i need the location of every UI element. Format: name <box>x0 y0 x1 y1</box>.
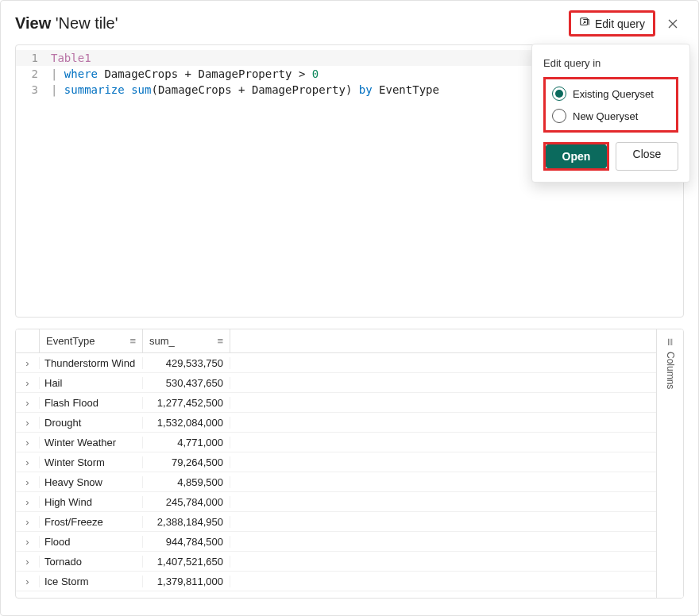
cell-sum: 1,379,811,000 <box>143 576 230 587</box>
table-row[interactable]: ›Flash Flood1,277,452,500 <box>16 393 656 413</box>
cell-sum: 79,264,500 <box>143 456 230 468</box>
cell-eventtype: Flash Flood <box>40 397 143 409</box>
expand-row-icon[interactable]: › <box>16 576 40 587</box>
table-row[interactable]: ›Ice Storm1,379,811,000 <box>16 572 656 591</box>
view-label: View <box>15 14 51 32</box>
results-table-pane: EventType ≡ sum_ ≡ ›Thunderstorm Wind429… <box>15 329 684 599</box>
expand-row-icon[interactable]: › <box>16 377 40 389</box>
cell-eventtype: High Wind <box>40 496 143 508</box>
radio-new-queryset[interactable]: New Queryset <box>550 105 671 127</box>
cell-sum: 1,277,452,500 <box>143 397 230 409</box>
cell-eventtype: Hail <box>40 377 143 389</box>
cell-sum: 1,407,521,650 <box>143 556 230 568</box>
edit-query-button[interactable]: Edit query <box>569 10 655 37</box>
radio-existing-queryset[interactable]: Existing Queryset <box>550 83 671 105</box>
table-row[interactable]: ›Flood944,784,500 <box>16 532 656 552</box>
queryset-radio-group: Existing Queryset New Queryset <box>543 77 678 133</box>
code-text: Table1 <box>51 50 91 66</box>
table-row[interactable]: ›Tornado1,407,521,650 <box>16 552 656 572</box>
columns-icon: ⫼ <box>666 336 675 347</box>
popover-title: Edit query in <box>543 57 678 69</box>
table-row[interactable]: ›Frost/Freeze2,388,184,950 <box>16 512 656 532</box>
cell-eventtype: Heavy Snow <box>40 476 143 488</box>
table-body[interactable]: ›Thunderstorm Wind429,533,750›Hail530,43… <box>16 353 656 598</box>
expand-row-icon[interactable]: › <box>16 476 40 488</box>
tile-name: 'New tile' <box>56 14 118 32</box>
table-row[interactable]: ›Heavy Snow4,859,500 <box>16 472 656 492</box>
expand-row-icon[interactable]: › <box>16 417 40 429</box>
expand-row-icon[interactable]: › <box>16 437 40 449</box>
line-number: 1 <box>16 50 51 66</box>
cell-eventtype: Frost/Freeze <box>40 516 143 528</box>
column-header-sum[interactable]: sum_ ≡ <box>143 329 230 352</box>
table-row[interactable]: ›Drought1,532,084,000 <box>16 413 656 433</box>
code-text: | where DamageCrops + DamageProperty > 0 <box>51 66 319 82</box>
cell-sum: 2,388,184,950 <box>143 516 230 528</box>
cell-sum: 4,859,500 <box>143 476 230 488</box>
radio-indicator-unchecked <box>552 109 566 123</box>
code-text: | summarize sum(DamageCrops + DamageProp… <box>51 82 439 98</box>
cell-eventtype: Winter Storm <box>40 456 143 468</box>
column-header-eventtype[interactable]: EventType ≡ <box>40 329 143 352</box>
expand-row-icon[interactable]: › <box>16 536 40 548</box>
cell-sum: 429,533,750 <box>143 357 230 369</box>
column-menu-icon[interactable]: ≡ <box>129 335 136 347</box>
radio-new-label: New Queryset <box>573 110 638 122</box>
columns-panel-label: Columns <box>665 352 676 389</box>
cell-eventtype: Tornado <box>40 556 143 568</box>
edit-query-icon <box>579 17 590 30</box>
cell-sum: 1,532,084,000 <box>143 417 230 429</box>
expand-row-icon[interactable]: › <box>16 516 40 528</box>
cell-sum: 530,437,650 <box>143 377 230 389</box>
close-panel-button[interactable] <box>662 13 684 35</box>
table-row[interactable]: ›High Wind245,784,000 <box>16 492 656 512</box>
close-icon <box>667 18 678 29</box>
edit-query-popover: Edit query in Existing Queryset New Quer… <box>531 44 690 183</box>
expand-row-icon[interactable]: › <box>16 456 40 468</box>
expand-row-icon[interactable]: › <box>16 556 40 568</box>
cell-sum: 944,784,500 <box>143 536 230 548</box>
cell-eventtype: Winter Weather <box>40 437 143 449</box>
table-row[interactable]: ›Hail530,437,650 <box>16 373 656 393</box>
table-row[interactable]: ›Winter Storm79,264,500 <box>16 452 656 472</box>
cell-sum: 4,771,000 <box>143 437 230 449</box>
expand-row-icon[interactable]: › <box>16 397 40 409</box>
page-title: View 'New tile' <box>15 14 118 33</box>
line-number: 3 <box>16 82 51 98</box>
table-row[interactable]: ›Winter Weather4,771,000 <box>16 433 656 452</box>
open-button[interactable]: Open <box>546 144 607 168</box>
cell-eventtype: Drought <box>40 417 143 429</box>
cell-eventtype: Flood <box>40 536 143 548</box>
header: View 'New tile' Edit query <box>1 1 698 44</box>
cell-eventtype: Ice Storm <box>40 576 143 587</box>
expand-row-icon[interactable]: › <box>16 496 40 508</box>
popover-close-button[interactable]: Close <box>616 142 678 171</box>
view-tile-panel: View 'New tile' Edit query <box>0 0 699 616</box>
cell-eventtype: Thunderstorm Wind <box>40 357 143 369</box>
radio-existing-label: Existing Queryset <box>573 88 654 100</box>
column-label-sum: sum_ <box>149 335 175 347</box>
line-number: 2 <box>16 66 51 82</box>
expand-row-icon[interactable]: › <box>16 357 40 369</box>
open-button-label: Open <box>562 150 591 163</box>
close-button-label: Close <box>633 148 662 160</box>
table-header: EventType ≡ sum_ ≡ <box>16 329 656 353</box>
edit-query-label: Edit query <box>595 17 645 30</box>
cell-sum: 245,784,000 <box>143 496 230 508</box>
table-row[interactable]: ›Thunderstorm Wind429,533,750 <box>16 353 656 373</box>
column-label-eventtype: EventType <box>46 335 95 347</box>
radio-indicator-checked <box>552 87 566 101</box>
columns-panel-toggle[interactable]: ⫼ Columns <box>656 329 683 598</box>
column-menu-icon[interactable]: ≡ <box>217 335 223 347</box>
